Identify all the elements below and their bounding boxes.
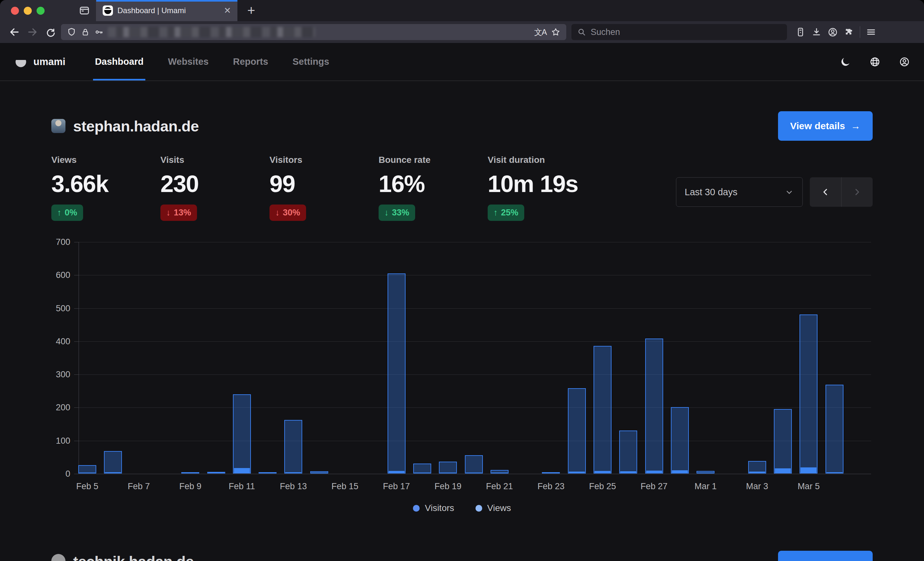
chart-bar-visitors[interactable] bbox=[79, 473, 95, 473]
y-axis-label: 100 bbox=[40, 436, 70, 446]
zoom-window-button[interactable] bbox=[37, 7, 45, 15]
chart-bar-visitors[interactable] bbox=[749, 471, 765, 473]
date-range-select[interactable]: Last 30 days bbox=[676, 177, 803, 207]
chart-bar-views[interactable] bbox=[619, 431, 637, 473]
chart-bar-views[interactable] bbox=[104, 451, 122, 473]
legend-item-visitors[interactable]: Visitors bbox=[413, 503, 454, 513]
y-axis-label: 300 bbox=[40, 370, 70, 380]
chart-bar-visitors[interactable] bbox=[260, 473, 276, 473]
arrow-down-icon: ↓ bbox=[275, 208, 280, 218]
chart-bar-visitors[interactable] bbox=[775, 468, 791, 473]
chart-bar-visitors[interactable] bbox=[285, 472, 301, 473]
chart-bar-visitors[interactable] bbox=[466, 473, 482, 473]
bookmark-star-icon[interactable] bbox=[551, 27, 561, 37]
legend-item-views[interactable]: Views bbox=[476, 503, 511, 513]
next-period-button[interactable] bbox=[841, 177, 873, 207]
x-axis-label: Feb 23 bbox=[524, 482, 578, 491]
chart-bar-visitors[interactable] bbox=[801, 467, 816, 473]
search-icon bbox=[577, 28, 586, 37]
chart-bar-views[interactable] bbox=[645, 338, 663, 473]
metric-bounce-rate: Bounce rate16%↓33% bbox=[379, 155, 488, 221]
chart-bar-visitors[interactable] bbox=[646, 471, 662, 473]
shield-icon[interactable] bbox=[67, 27, 76, 37]
x-axis-label: Feb 25 bbox=[575, 482, 630, 491]
website-title[interactable]: stephan.hadan.de bbox=[73, 117, 199, 135]
metric-label: Views bbox=[51, 155, 160, 165]
nav-item-dashboard[interactable]: Dashboard bbox=[93, 43, 146, 81]
chart-bar-views[interactable] bbox=[825, 385, 843, 473]
chart-bar-views[interactable] bbox=[465, 455, 483, 473]
brand-name: umami bbox=[33, 56, 66, 67]
chart-bar-visitors[interactable] bbox=[388, 471, 405, 473]
chart-bar-views[interactable] bbox=[568, 388, 586, 473]
chart-bar-views[interactable] bbox=[774, 409, 792, 473]
chart-bar-views[interactable] bbox=[439, 462, 457, 473]
chart-bar-visitors[interactable] bbox=[311, 473, 327, 473]
chart-bar-visitors[interactable] bbox=[105, 472, 121, 473]
y-tick bbox=[74, 242, 79, 242]
theme-moon-icon[interactable] bbox=[840, 57, 851, 67]
chart-bar-views[interactable] bbox=[233, 394, 251, 473]
account-icon[interactable] bbox=[827, 27, 838, 37]
key-icon[interactable] bbox=[94, 28, 103, 37]
browser-toolbar: 文A Suchen bbox=[0, 21, 924, 43]
chart-bar-visitors[interactable] bbox=[826, 472, 843, 473]
search-placeholder: Suchen bbox=[591, 27, 620, 37]
chart-bar-visitors[interactable] bbox=[698, 473, 714, 473]
metric-visits: Visits230↓13% bbox=[160, 155, 270, 221]
gridline bbox=[79, 275, 871, 275]
menu-hamburger-icon[interactable] bbox=[866, 27, 876, 37]
chart-bar-visitors[interactable] bbox=[672, 470, 688, 473]
metric-change-badge: ↑0% bbox=[51, 205, 83, 221]
range-controls: Last 30 days bbox=[676, 177, 873, 207]
chart-bar-visitors[interactable] bbox=[182, 473, 198, 473]
second-website-title[interactable]: technik.hadan.de bbox=[73, 553, 194, 561]
toolbar-right-icons bbox=[795, 26, 876, 38]
chart-bar-views[interactable] bbox=[594, 346, 612, 473]
reload-icon[interactable] bbox=[43, 25, 58, 39]
extensions-puzzle-icon[interactable] bbox=[844, 27, 854, 37]
close-tab-icon[interactable]: ✕ bbox=[224, 6, 231, 15]
metric-visit-duration: Visit duration10m 19s↑25% bbox=[488, 155, 578, 221]
nav-item-settings[interactable]: Settings bbox=[291, 43, 331, 81]
new-tab-button[interactable]: + bbox=[237, 0, 265, 21]
nav-item-reports[interactable]: Reports bbox=[231, 43, 270, 81]
chart-bar-visitors[interactable] bbox=[620, 471, 636, 473]
chart-bar-visitors[interactable] bbox=[208, 473, 224, 473]
reader-device-icon[interactable] bbox=[795, 27, 806, 37]
chart-bar-views[interactable] bbox=[284, 420, 302, 473]
chart-bar-visitors[interactable] bbox=[440, 473, 456, 473]
prev-period-button[interactable] bbox=[810, 177, 841, 207]
second-view-details-button[interactable]: View details → bbox=[778, 551, 873, 561]
nav-item-websites[interactable]: Websites bbox=[166, 43, 210, 81]
x-axis-label: Feb 21 bbox=[472, 482, 527, 491]
chart-bar-visitors[interactable] bbox=[414, 473, 430, 473]
url-bar[interactable]: 文A bbox=[61, 24, 566, 40]
profile-icon[interactable] bbox=[899, 57, 910, 67]
chart-bar-visitors[interactable] bbox=[234, 468, 250, 473]
browser-tab-active[interactable]: Dashboard | Umami ✕ bbox=[96, 0, 237, 21]
chart-bar-views[interactable] bbox=[388, 274, 405, 473]
close-window-button[interactable] bbox=[11, 7, 19, 15]
downloads-icon[interactable] bbox=[812, 27, 822, 37]
chart-bar-visitors[interactable] bbox=[569, 471, 585, 473]
chart-bar-visitors[interactable] bbox=[594, 471, 610, 473]
umami-brand[interactable]: umami bbox=[14, 55, 66, 69]
chart-bar-visitors[interactable] bbox=[492, 473, 507, 473]
chart-bar-views[interactable] bbox=[800, 314, 818, 473]
minimize-window-button[interactable] bbox=[24, 7, 32, 15]
chart-bar-views[interactable] bbox=[413, 464, 431, 473]
lock-icon[interactable] bbox=[81, 28, 90, 37]
app-nav-right bbox=[840, 57, 910, 67]
search-input[interactable]: Suchen bbox=[572, 24, 787, 40]
view-details-button[interactable]: View details → bbox=[778, 111, 873, 141]
forward-icon[interactable] bbox=[25, 25, 40, 39]
back-icon[interactable] bbox=[7, 25, 22, 39]
translate-icon[interactable]: 文A bbox=[534, 27, 546, 37]
sidebar-toggle-icon[interactable] bbox=[79, 5, 90, 16]
chart-bar-views[interactable] bbox=[671, 407, 689, 473]
gridline bbox=[79, 242, 871, 242]
language-globe-icon[interactable] bbox=[870, 57, 880, 67]
y-tick bbox=[74, 474, 79, 474]
chart-bar-visitors[interactable] bbox=[543, 473, 559, 473]
